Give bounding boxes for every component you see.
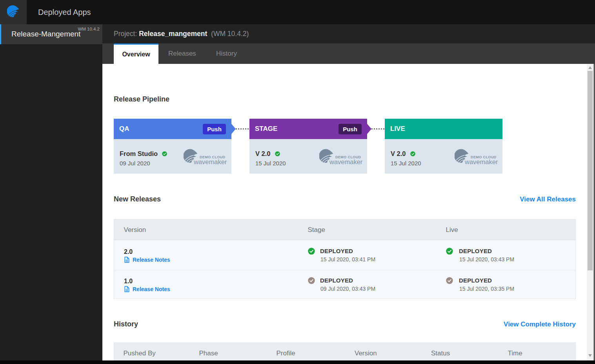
svg-text:wavemaker: wavemaker — [464, 158, 498, 165]
svg-text:wavemaker: wavemaker — [329, 158, 363, 165]
svg-text:wavemaker: wavemaker — [193, 158, 227, 165]
